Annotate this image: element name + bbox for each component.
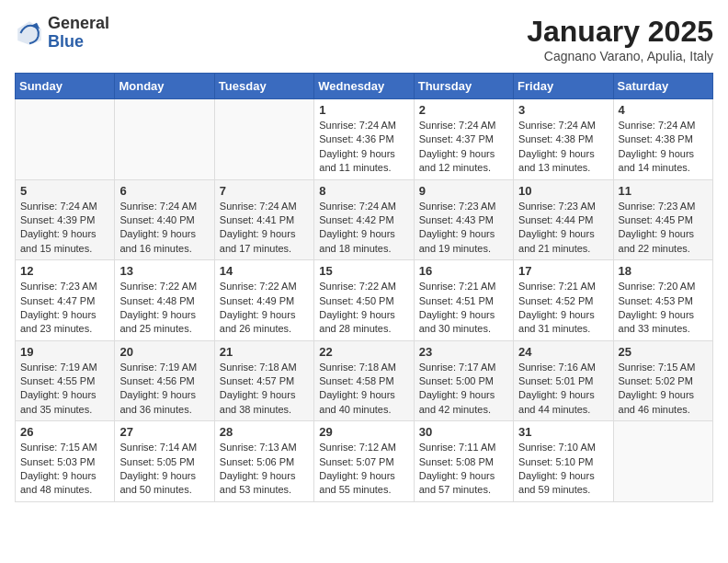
day-info: Sunrise: 7:20 AM Sunset: 4:53 PM Dayligh…	[619, 280, 708, 337]
calendar-day-cell: 29Sunrise: 7:12 AM Sunset: 5:07 PM Dayli…	[314, 421, 414, 502]
calendar-day-cell: 10Sunrise: 7:23 AM Sunset: 4:44 PM Dayli…	[514, 179, 613, 260]
day-number: 17	[518, 264, 608, 278]
day-number: 19	[20, 345, 109, 359]
day-info: Sunrise: 7:24 AM Sunset: 4:37 PM Dayligh…	[419, 119, 508, 176]
day-number: 5	[20, 184, 109, 198]
calendar-day-cell: 7Sunrise: 7:24 AM Sunset: 4:41 PM Daylig…	[214, 179, 313, 260]
calendar-day-cell: 8Sunrise: 7:24 AM Sunset: 4:42 PM Daylig…	[314, 179, 414, 260]
day-number: 8	[319, 184, 408, 198]
calendar-day-cell: 28Sunrise: 7:13 AM Sunset: 5:06 PM Dayli…	[214, 421, 313, 502]
day-of-week-header: Monday	[115, 74, 214, 99]
logo: General Blue	[15, 15, 109, 52]
calendar-day-cell: 25Sunrise: 7:15 AM Sunset: 5:02 PM Dayli…	[613, 340, 712, 421]
day-number: 23	[419, 345, 508, 359]
day-number: 31	[518, 425, 608, 439]
day-number: 6	[119, 184, 209, 198]
calendar-day-cell: 11Sunrise: 7:23 AM Sunset: 4:45 PM Dayli…	[613, 179, 712, 260]
day-info: Sunrise: 7:24 AM Sunset: 4:39 PM Dayligh…	[20, 200, 109, 257]
day-of-week-header: Thursday	[414, 74, 513, 99]
logo-icon	[15, 18, 44, 48]
calendar-day-cell: 6Sunrise: 7:24 AM Sunset: 4:40 PM Daylig…	[115, 179, 214, 260]
day-number: 10	[518, 184, 608, 198]
day-number: 9	[419, 184, 508, 198]
day-number: 25	[619, 345, 708, 359]
calendar-day-cell	[613, 421, 712, 502]
day-of-week-header: Friday	[514, 74, 613, 99]
day-number: 1	[319, 103, 408, 117]
calendar-day-cell: 4Sunrise: 7:24 AM Sunset: 4:38 PM Daylig…	[613, 99, 712, 180]
day-info: Sunrise: 7:24 AM Sunset: 4:40 PM Dayligh…	[119, 200, 209, 257]
day-info: Sunrise: 7:24 AM Sunset: 4:41 PM Dayligh…	[220, 200, 309, 257]
page-header: General Blue January 2025 Cagnano Varano…	[15, 15, 713, 63]
day-info: Sunrise: 7:24 AM Sunset: 4:36 PM Dayligh…	[319, 119, 408, 176]
day-info: Sunrise: 7:24 AM Sunset: 4:42 PM Dayligh…	[319, 200, 408, 257]
calendar-week-row: 12Sunrise: 7:23 AM Sunset: 4:47 PM Dayli…	[16, 260, 713, 341]
calendar-day-cell: 18Sunrise: 7:20 AM Sunset: 4:53 PM Dayli…	[613, 260, 712, 341]
day-info: Sunrise: 7:23 AM Sunset: 4:43 PM Dayligh…	[419, 200, 508, 257]
day-number: 27	[119, 425, 209, 439]
calendar-day-cell: 22Sunrise: 7:18 AM Sunset: 4:58 PM Dayli…	[314, 340, 414, 421]
day-number: 2	[419, 103, 508, 117]
calendar-table: SundayMondayTuesdayWednesdayThursdayFrid…	[15, 73, 713, 502]
calendar-day-cell: 2Sunrise: 7:24 AM Sunset: 4:37 PM Daylig…	[414, 99, 513, 180]
day-number: 14	[220, 264, 309, 278]
location-subtitle: Cagnano Varano, Apulia, Italy	[527, 49, 713, 63]
day-number: 3	[518, 103, 608, 117]
day-info: Sunrise: 7:16 AM Sunset: 5:01 PM Dayligh…	[518, 361, 608, 418]
calendar-day-cell: 5Sunrise: 7:24 AM Sunset: 4:39 PM Daylig…	[16, 179, 115, 260]
calendar-day-cell: 13Sunrise: 7:22 AM Sunset: 4:48 PM Dayli…	[115, 260, 214, 341]
day-info: Sunrise: 7:12 AM Sunset: 5:07 PM Dayligh…	[319, 441, 408, 498]
day-number: 22	[319, 345, 408, 359]
calendar-day-cell: 31Sunrise: 7:10 AM Sunset: 5:10 PM Dayli…	[514, 421, 613, 502]
day-number: 30	[419, 425, 508, 439]
day-number: 18	[619, 264, 708, 278]
day-info: Sunrise: 7:18 AM Sunset: 4:58 PM Dayligh…	[319, 361, 408, 418]
day-info: Sunrise: 7:23 AM Sunset: 4:44 PM Dayligh…	[518, 200, 608, 257]
day-of-week-header: Tuesday	[214, 74, 313, 99]
calendar-day-cell	[16, 99, 115, 180]
day-number: 24	[518, 345, 608, 359]
day-info: Sunrise: 7:23 AM Sunset: 4:45 PM Dayligh…	[619, 200, 708, 257]
day-info: Sunrise: 7:22 AM Sunset: 4:49 PM Dayligh…	[220, 280, 309, 337]
title-block: January 2025 Cagnano Varano, Apulia, Ita…	[527, 15, 713, 63]
calendar-day-cell: 20Sunrise: 7:19 AM Sunset: 4:56 PM Dayli…	[115, 340, 214, 421]
calendar-day-cell: 14Sunrise: 7:22 AM Sunset: 4:49 PM Dayli…	[214, 260, 313, 341]
calendar-day-cell: 26Sunrise: 7:15 AM Sunset: 5:03 PM Dayli…	[16, 421, 115, 502]
day-of-week-header: Wednesday	[314, 74, 414, 99]
calendar-day-cell: 17Sunrise: 7:21 AM Sunset: 4:52 PM Dayli…	[514, 260, 613, 341]
calendar-day-cell: 27Sunrise: 7:14 AM Sunset: 5:05 PM Dayli…	[115, 421, 214, 502]
month-year-title: January 2025	[527, 15, 713, 49]
day-number: 29	[319, 425, 408, 439]
day-info: Sunrise: 7:22 AM Sunset: 4:50 PM Dayligh…	[319, 280, 408, 337]
day-number: 13	[119, 264, 209, 278]
day-number: 15	[319, 264, 408, 278]
calendar-day-cell: 9Sunrise: 7:23 AM Sunset: 4:43 PM Daylig…	[414, 179, 513, 260]
day-info: Sunrise: 7:13 AM Sunset: 5:06 PM Dayligh…	[220, 441, 309, 498]
day-number: 11	[619, 184, 708, 198]
day-number: 26	[20, 425, 109, 439]
day-number: 21	[220, 345, 309, 359]
calendar-day-cell: 30Sunrise: 7:11 AM Sunset: 5:08 PM Dayli…	[414, 421, 513, 502]
calendar-week-row: 19Sunrise: 7:19 AM Sunset: 4:55 PM Dayli…	[16, 340, 713, 421]
day-info: Sunrise: 7:24 AM Sunset: 4:38 PM Dayligh…	[619, 119, 708, 176]
day-number: 20	[119, 345, 209, 359]
calendar-day-cell	[214, 99, 313, 180]
logo-text: General Blue	[48, 15, 109, 52]
day-info: Sunrise: 7:24 AM Sunset: 4:38 PM Dayligh…	[518, 119, 608, 176]
day-info: Sunrise: 7:17 AM Sunset: 5:00 PM Dayligh…	[419, 361, 508, 418]
day-info: Sunrise: 7:10 AM Sunset: 5:10 PM Dayligh…	[518, 441, 608, 498]
calendar-day-cell: 19Sunrise: 7:19 AM Sunset: 4:55 PM Dayli…	[16, 340, 115, 421]
calendar-day-cell: 12Sunrise: 7:23 AM Sunset: 4:47 PM Dayli…	[16, 260, 115, 341]
calendar-week-row: 1Sunrise: 7:24 AM Sunset: 4:36 PM Daylig…	[16, 99, 713, 180]
day-of-week-header: Saturday	[613, 74, 712, 99]
day-info: Sunrise: 7:21 AM Sunset: 4:51 PM Dayligh…	[419, 280, 508, 337]
calendar-header-row: SundayMondayTuesdayWednesdayThursdayFrid…	[16, 74, 713, 99]
day-number: 28	[220, 425, 309, 439]
day-info: Sunrise: 7:19 AM Sunset: 4:56 PM Dayligh…	[119, 361, 209, 418]
calendar-week-row: 5Sunrise: 7:24 AM Sunset: 4:39 PM Daylig…	[16, 179, 713, 260]
day-number: 12	[20, 264, 109, 278]
day-info: Sunrise: 7:18 AM Sunset: 4:57 PM Dayligh…	[220, 361, 309, 418]
day-info: Sunrise: 7:21 AM Sunset: 4:52 PM Dayligh…	[518, 280, 608, 337]
calendar-day-cell: 3Sunrise: 7:24 AM Sunset: 4:38 PM Daylig…	[514, 99, 613, 180]
day-number: 16	[419, 264, 508, 278]
